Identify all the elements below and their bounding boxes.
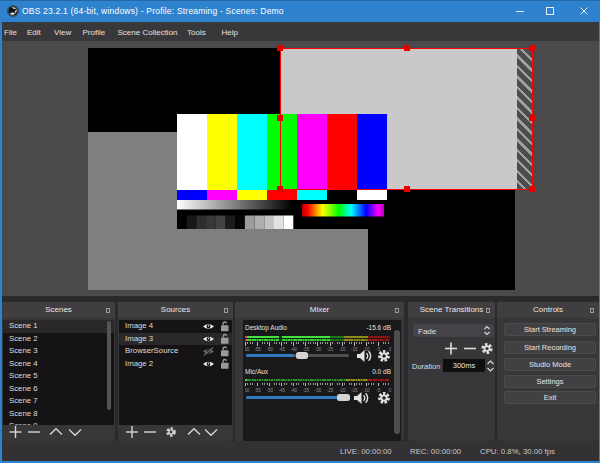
svg-text:-25: -25	[327, 388, 334, 393]
svg-text:-45: -45	[278, 347, 285, 352]
svg-text:-50: -50	[266, 388, 273, 393]
svg-text:-40: -40	[290, 388, 297, 393]
svg-text:-55: -55	[254, 388, 261, 393]
svg-text:-30: -30	[315, 388, 322, 393]
svg-text:-50: -50	[266, 347, 273, 352]
svg-text:-60: -60	[245, 347, 250, 352]
svg-text:-25: -25	[327, 347, 334, 352]
svg-text:-20: -20	[339, 347, 346, 352]
svg-text:-30: -30	[315, 347, 322, 352]
svg-text:-45: -45	[278, 388, 285, 393]
svg-text:-20: -20	[339, 388, 346, 393]
svg-text:-60: -60	[245, 388, 250, 393]
svg-text:-35: -35	[303, 388, 310, 393]
svg-text:-55: -55	[254, 347, 261, 352]
